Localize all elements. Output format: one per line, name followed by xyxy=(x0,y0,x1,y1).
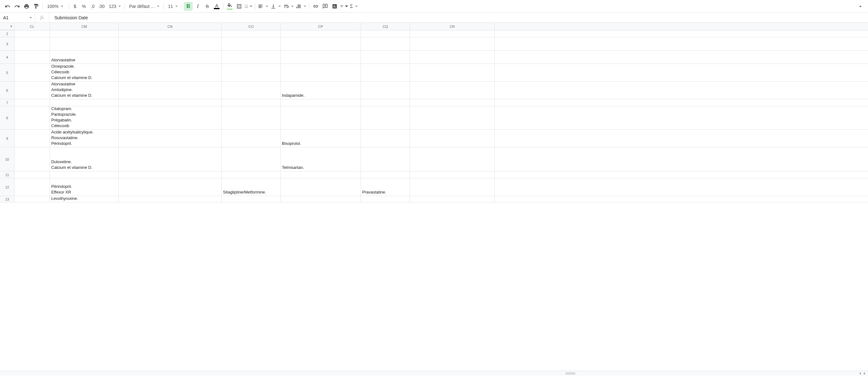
cell[interactable] xyxy=(119,106,222,129)
cell[interactable] xyxy=(222,51,281,64)
cell[interactable] xyxy=(50,37,119,50)
fill-color-button[interactable] xyxy=(225,2,234,11)
cell[interactable] xyxy=(361,196,410,202)
cell[interactable] xyxy=(222,106,281,129)
cell[interactable] xyxy=(14,37,50,50)
cell[interactable] xyxy=(222,64,281,81)
cell[interactable] xyxy=(361,30,410,37)
column-header[interactable]: CN xyxy=(119,23,222,30)
cell[interactable] xyxy=(222,99,281,106)
column-header[interactable]: CP xyxy=(281,23,361,30)
scroll-right-button[interactable] xyxy=(863,372,866,375)
row-header[interactable]: 10 xyxy=(0,147,14,171)
formula-input[interactable] xyxy=(49,13,868,23)
horizontal-scrollbar[interactable] xyxy=(0,371,868,376)
cell[interactable]: Duloxetine. Calcium et vitamine D. xyxy=(50,147,119,171)
column-header[interactable]: CR xyxy=(410,23,495,30)
cell[interactable] xyxy=(281,51,361,64)
cell[interactable] xyxy=(281,37,361,50)
currency-format-button[interactable]: $ xyxy=(71,2,79,11)
cell[interactable] xyxy=(119,64,222,81)
cell[interactable] xyxy=(222,171,281,178)
select-all-corner[interactable] xyxy=(0,23,14,30)
cell[interactable] xyxy=(222,37,281,50)
insert-comment-button[interactable] xyxy=(321,2,330,11)
cell[interactable] xyxy=(119,99,222,106)
cell[interactable]: Sitagliptine/Metformine. xyxy=(222,178,281,196)
cell[interactable] xyxy=(14,30,50,37)
spreadsheet-grid[interactable]: CLCMCNCOCPCQCR 234Atorvastatine5Omeprazo… xyxy=(0,23,868,376)
row-header[interactable]: 3 xyxy=(0,37,14,50)
cell[interactable] xyxy=(281,178,361,196)
row-header[interactable]: 9 xyxy=(0,130,14,147)
vertical-align-dropdown[interactable] xyxy=(270,2,282,11)
undo-button[interactable] xyxy=(3,2,12,11)
cell[interactable] xyxy=(281,196,361,202)
cell[interactable] xyxy=(361,82,410,99)
cell[interactable] xyxy=(119,30,222,37)
cell[interactable] xyxy=(50,30,119,37)
increase-decimal-button[interactable]: .00 xyxy=(97,2,106,11)
cell[interactable] xyxy=(361,51,410,64)
cell[interactable]: Bisoprolol. xyxy=(281,130,361,147)
cell[interactable] xyxy=(361,64,410,81)
row-header[interactable]: 5 xyxy=(0,64,14,81)
cell[interactable] xyxy=(410,147,495,171)
italic-button[interactable]: I xyxy=(193,2,202,11)
row-header[interactable]: 12 xyxy=(0,178,14,196)
cell[interactable] xyxy=(361,171,410,178)
cell[interactable]: Périndopril. Effexor XR xyxy=(50,178,119,196)
horizontal-align-dropdown[interactable] xyxy=(257,2,269,11)
strikethrough-button[interactable]: S xyxy=(203,2,212,11)
collapse-toolbar-button[interactable] xyxy=(856,2,865,11)
column-header[interactable]: CM xyxy=(50,23,119,30)
cell[interactable] xyxy=(14,82,50,99)
bold-button[interactable]: B xyxy=(184,2,193,11)
row-header[interactable]: 8 xyxy=(0,106,14,129)
column-header[interactable]: CQ xyxy=(361,23,410,30)
cell[interactable]: Atorvastatine xyxy=(50,51,119,64)
cell[interactable] xyxy=(14,64,50,81)
cell[interactable] xyxy=(361,147,410,171)
cell[interactable] xyxy=(410,51,495,64)
cell[interactable]: Citalopram. Pantoprazole. Prégabalin. Cé… xyxy=(50,106,119,129)
redo-button[interactable] xyxy=(13,2,22,11)
row-header[interactable]: 7 xyxy=(0,99,14,106)
cell[interactable] xyxy=(14,147,50,171)
row-header[interactable]: 6 xyxy=(0,82,14,99)
cell[interactable] xyxy=(222,82,281,99)
cell[interactable] xyxy=(361,37,410,50)
cell[interactable] xyxy=(410,171,495,178)
print-button[interactable] xyxy=(22,2,31,11)
column-header[interactable]: CO xyxy=(222,23,281,30)
cell[interactable] xyxy=(14,178,50,196)
row-header[interactable]: 2 xyxy=(0,30,14,37)
text-wrap-dropdown[interactable] xyxy=(282,2,294,11)
filter-button[interactable] xyxy=(340,2,349,11)
cell[interactable] xyxy=(361,130,410,147)
cell[interactable] xyxy=(14,51,50,64)
cell[interactable] xyxy=(14,171,50,178)
cell[interactable] xyxy=(119,37,222,50)
cell[interactable] xyxy=(410,99,495,106)
text-rotation-dropdown[interactable] xyxy=(295,2,307,11)
cell[interactable] xyxy=(14,196,50,202)
cell[interactable]: Levothyroxine. xyxy=(50,196,119,202)
decrease-decimal-button[interactable]: .0_ xyxy=(89,2,97,11)
cell[interactable] xyxy=(14,99,50,106)
cell[interactable] xyxy=(50,171,119,178)
text-color-button[interactable]: A xyxy=(212,2,221,11)
cell[interactable] xyxy=(14,130,50,147)
cell[interactable] xyxy=(281,64,361,81)
cell[interactable] xyxy=(410,37,495,50)
cell[interactable] xyxy=(222,30,281,37)
font-size-dropdown[interactable]: 11 xyxy=(165,2,180,11)
cell[interactable] xyxy=(119,82,222,99)
cell[interactable] xyxy=(119,51,222,64)
font-family-dropdown[interactable]: Par défaut ... xyxy=(127,2,161,11)
cell[interactable] xyxy=(410,196,495,202)
cell[interactable] xyxy=(410,106,495,129)
row-header[interactable]: 11 xyxy=(0,171,14,178)
scrollbar-thumb[interactable] xyxy=(565,372,576,375)
insert-chart-button[interactable] xyxy=(330,2,339,11)
